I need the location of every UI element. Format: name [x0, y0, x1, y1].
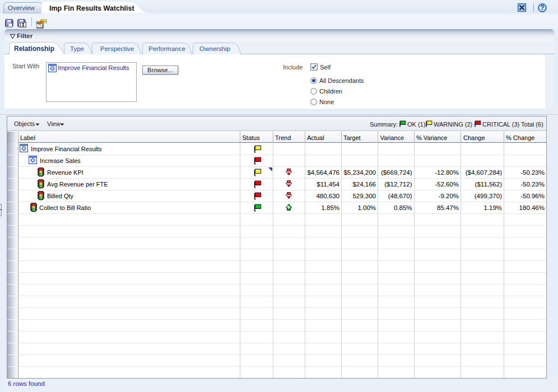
svg-text:?: ?: [540, 4, 544, 12]
